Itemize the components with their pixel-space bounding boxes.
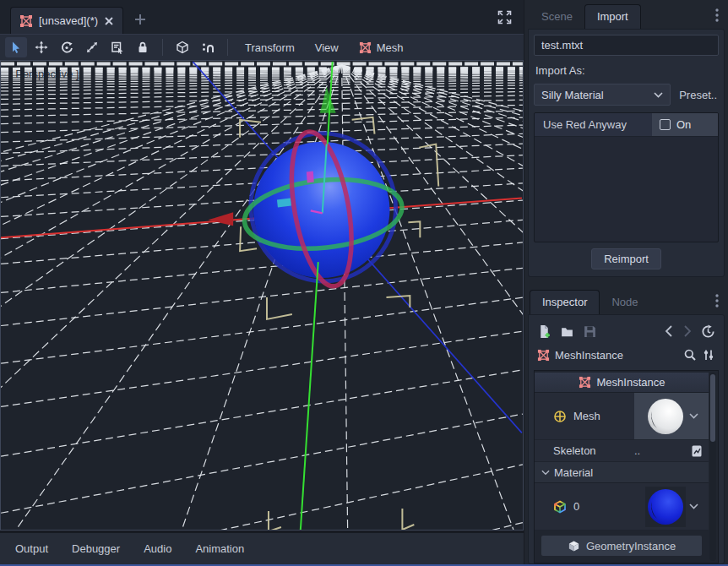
view-menu-label: View bbox=[315, 41, 339, 54]
new-tab-button[interactable] bbox=[133, 13, 147, 29]
category-header-geometryinstance[interactable]: GeometryInstance bbox=[541, 536, 702, 556]
scene-tab-bar: [unsaved](*) bbox=[0, 0, 524, 34]
mesh-resource-picker[interactable] bbox=[634, 393, 709, 439]
scene-tab-title: [unsaved](*) bbox=[39, 14, 98, 27]
material-slot-index: 0 bbox=[573, 500, 579, 513]
property-row-skeleton: Skeleton .. bbox=[535, 440, 709, 462]
skeleton-label-text: Skeleton bbox=[553, 444, 596, 457]
history-forward-icon[interactable] bbox=[682, 324, 693, 338]
import-options-box: Use Red Anyway On bbox=[534, 112, 719, 242]
tab-scene[interactable]: Scene bbox=[530, 5, 584, 29]
scale-tool-button[interactable] bbox=[81, 37, 103, 57]
main-editor-column: [unsaved](*) bbox=[0, 0, 524, 564]
scene-import-tabs: Scene Import bbox=[528, 0, 725, 29]
skeleton-value[interactable]: .. bbox=[634, 440, 709, 461]
material-slot-label: 0 bbox=[535, 483, 634, 530]
perspective-label[interactable]: [ Perspective ] bbox=[9, 68, 79, 80]
snap-toggle-button[interactable] bbox=[197, 37, 219, 57]
material-resource-picker[interactable] bbox=[634, 483, 709, 530]
new-resource-icon[interactable] bbox=[537, 324, 551, 339]
inspector-scrollbar[interactable] bbox=[709, 373, 716, 561]
godot-editor-window: [unsaved](*) bbox=[0, 0, 728, 564]
list-select-tool-button[interactable] bbox=[106, 37, 128, 57]
inspector-menu-icon[interactable] bbox=[714, 293, 720, 311]
mesh-property-label: Mesh bbox=[535, 393, 634, 439]
edited-object-row: MeshInstance bbox=[534, 343, 719, 367]
bottom-tab-debugger[interactable]: Debugger bbox=[63, 539, 128, 558]
scrollbar-thumb[interactable] bbox=[710, 374, 715, 442]
bottom-tab-audio[interactable]: Audio bbox=[135, 539, 180, 558]
tab-node[interactable]: Node bbox=[600, 291, 649, 314]
toolbar-separator bbox=[227, 39, 228, 56]
cube-icon bbox=[176, 41, 189, 54]
x-axis-arrow bbox=[208, 212, 233, 226]
import-as-label: Import As: bbox=[534, 56, 719, 84]
mesh-menu-label: Mesh bbox=[377, 41, 404, 54]
scene-tab-unsaved[interactable]: [unsaved](*) bbox=[10, 7, 123, 34]
import-file-name: test.mtxt bbox=[534, 35, 719, 56]
reimport-button[interactable]: Reimport bbox=[591, 248, 661, 269]
y-axis-lower-line bbox=[301, 262, 318, 530]
meshinstance-icon bbox=[19, 14, 33, 28]
property-row-material-0: 0 bbox=[535, 483, 709, 531]
expand-viewport-icon[interactable] bbox=[497, 10, 512, 27]
node-path-assign-icon[interactable] bbox=[690, 444, 704, 458]
scale-icon bbox=[85, 41, 99, 54]
3d-viewport[interactable]: [ Perspective ] bbox=[0, 60, 524, 531]
rotate-tool-button[interactable] bbox=[56, 37, 78, 57]
move-tool-button[interactable] bbox=[30, 37, 52, 57]
material-resource-icon bbox=[553, 500, 567, 514]
history-back-icon[interactable] bbox=[664, 324, 674, 338]
tab-import[interactable]: Import bbox=[584, 4, 641, 29]
load-resource-folder-icon[interactable] bbox=[560, 324, 574, 339]
snap-icon bbox=[201, 41, 215, 54]
chevron-down-icon bbox=[689, 413, 698, 419]
object-history-icon[interactable] bbox=[701, 324, 715, 339]
local-space-button[interactable] bbox=[171, 37, 193, 57]
view-menu[interactable]: View bbox=[307, 39, 347, 57]
close-icon[interactable] bbox=[104, 16, 114, 26]
section-header-material[interactable]: Material bbox=[535, 462, 709, 483]
chevron-down-icon bbox=[689, 503, 698, 509]
plane-handle-magenta[interactable] bbox=[307, 171, 314, 183]
tab-inspector[interactable]: Inspector bbox=[530, 290, 600, 314]
importer-selected-value: Silly Material bbox=[541, 89, 604, 101]
importer-dropdown[interactable]: Silly Material bbox=[534, 84, 671, 106]
bottom-tab-output[interactable]: Output bbox=[7, 539, 57, 558]
meshinstance-icon bbox=[537, 349, 550, 362]
bottom-panel-bar: Output Debugger Audio Animation bbox=[0, 531, 524, 564]
bottom-tab-animation[interactable]: Animation bbox=[187, 539, 253, 558]
section-collapse-icon bbox=[541, 470, 550, 476]
inspector-properties: MeshInstance Mesh bbox=[534, 370, 719, 563]
dock-menu-icon[interactable] bbox=[714, 8, 720, 25]
inspector-node-tabs: Inspector Node bbox=[528, 286, 725, 314]
skeleton-path-value: .. bbox=[634, 444, 690, 457]
property-row-mesh: Mesh bbox=[535, 393, 709, 440]
lock-icon bbox=[136, 41, 149, 54]
use-red-anyway-toggle[interactable]: On bbox=[652, 113, 718, 136]
material-section-title: Material bbox=[554, 466, 593, 479]
3d-scene bbox=[1, 61, 523, 530]
inspector-dock: Inspector Node bbox=[528, 286, 725, 564]
save-resource-icon[interactable] bbox=[583, 324, 597, 339]
select-tool-button[interactable] bbox=[5, 37, 27, 57]
use-red-anyway-checkbox[interactable] bbox=[660, 119, 671, 130]
preset-button[interactable]: Preset.. bbox=[677, 85, 719, 105]
cursor-icon bbox=[9, 41, 23, 54]
skeleton-property-label: Skeleton bbox=[535, 440, 634, 461]
search-icon[interactable] bbox=[683, 348, 697, 362]
category-header-meshinstance: MeshInstance bbox=[535, 373, 709, 393]
chevron-down-icon bbox=[654, 92, 663, 98]
viewport-toolbar: Transform View Mesh bbox=[0, 34, 524, 60]
mesh-menu[interactable]: Mesh bbox=[350, 39, 412, 57]
inspector-panel: MeshInstance bbox=[528, 314, 725, 564]
transform-menu[interactable]: Transform bbox=[236, 39, 303, 57]
list-select-icon bbox=[111, 41, 124, 54]
inspector-tools-icon[interactable] bbox=[702, 348, 715, 362]
meshinstance-icon bbox=[579, 376, 591, 389]
mesh-resource-icon bbox=[553, 410, 567, 423]
geometryinstance-cube-icon bbox=[568, 540, 580, 552]
lock-tool-button[interactable] bbox=[132, 37, 154, 57]
blue-sphere-mesh[interactable] bbox=[253, 142, 389, 278]
move-icon bbox=[35, 41, 48, 54]
